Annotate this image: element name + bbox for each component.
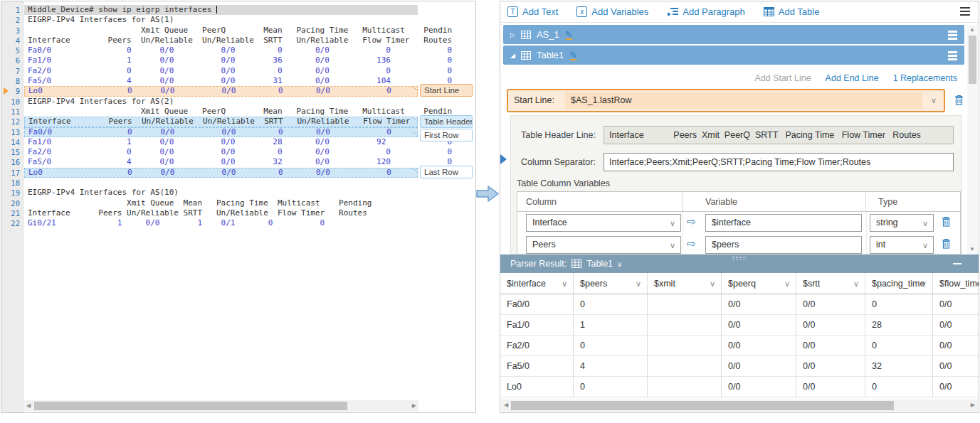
chevron-down-icon[interactable]: ∨ (921, 273, 927, 294)
cli-line-13[interactable]: 13Fa0/0 0 0/0 0/0 0 0/0 0 0 (1, 127, 475, 137)
cli-line-7[interactable]: 7Fa2/0 0 0/0 0/0 0 0/0 0 0 (1, 66, 475, 76)
cli-line-text: Xmit Queue PeerQ Mean Pacing Time Multic… (24, 107, 418, 117)
cli-line-11[interactable]: 11 Xmit Queue PeerQ Mean Pacing Time Mul… (1, 107, 475, 117)
cli-line-6[interactable]: 6Fa1/0 1 0/0 0/0 36 0/0 136 0 (1, 55, 475, 65)
section-bar-as1[interactable]: ▷ AS_1 ✎ (503, 25, 964, 44)
cli-line-17[interactable]: 17Lo0 0 0/0 0/0 0 0/0 0 0 (1, 168, 475, 178)
column-header: Column (517, 192, 683, 211)
cli-line-20[interactable]: 20 Xmit Queue Mean Pacing Time Multicast… (1, 198, 475, 208)
result-cell: Fa2/0 (500, 336, 574, 355)
chevron-down-icon[interactable]: ∨ (853, 273, 859, 294)
cli-line-4[interactable]: 4Interface Peers Un/Reliable Un/Reliable… (1, 36, 475, 45)
cli-line-2[interactable]: 2EIGRP-IPv4 Interfaces for AS(1) (1, 15, 475, 25)
drag-handle-icon[interactable] (732, 256, 747, 260)
add-table-label: Add Table (779, 6, 820, 17)
result-row[interactable]: Fa5/040/00/0320/0 (500, 356, 979, 377)
chevron-down-icon[interactable]: ∨ (784, 273, 790, 294)
cli-line-1[interactable]: 1Middle_Device# show ip eigrp interfaces (1, 5, 475, 15)
cli-line-8[interactable]: 8Fa5/0 4 0/0 0/0 31 0/0 104 0 (1, 76, 475, 86)
table-header-line-field: Interface Peers Xmit PeerQ SRTT Pacing T… (604, 126, 954, 144)
scroll-left-icon[interactable]: ◀ (504, 402, 508, 409)
add-paragraph-button[interactable]: Add Paragraph (667, 6, 744, 17)
result-table-selector[interactable]: Table1 ∨ (586, 259, 622, 269)
cli-line-text: EIGRP-IPv4 Interfaces for AS(10) (24, 188, 418, 198)
scroll-up-icon[interactable]: ▲ (969, 26, 975, 33)
editor-toolbar: T Add Text x Add Variables Add Paragraph (500, 1, 979, 23)
add-text-button[interactable]: T Add Text (507, 6, 558, 17)
scroll-right-icon[interactable]: ▶ (412, 402, 416, 409)
result-column-header[interactable]: $pacing_time∨ (865, 273, 933, 294)
cli-line-9[interactable]: 9Lo0 0 0/0 0/0 0 0/0 0 0 (1, 86, 475, 96)
result-column-header[interactable]: $interface∨ (500, 273, 574, 294)
editor-vscroll-thumb[interactable] (969, 36, 976, 84)
add-end-line-link[interactable]: Add End Line (826, 73, 879, 83)
result-column-header[interactable]: $peers∨ (574, 273, 648, 294)
annotation-table-header[interactable]: Table Header (420, 115, 473, 128)
variable-delete-button[interactable] (942, 238, 951, 252)
start-line-value[interactable]: $AS_1.lastRow (565, 92, 922, 109)
expand-arrow-icon[interactable]: ◢ (510, 52, 515, 59)
result-row[interactable]: Fa2/000/00/000/0 (500, 336, 979, 356)
section-menu-icon[interactable] (948, 51, 957, 59)
replacements-link[interactable]: 1 Replacements (893, 73, 957, 83)
annotation-last-row[interactable]: Last Row (420, 166, 473, 178)
result-row[interactable]: Lo000/00/000/0 (500, 377, 979, 397)
result-row[interactable]: Fa1/010/00/0280/0 (500, 315, 979, 336)
result-column-header[interactable]: $xmit∨ (648, 273, 722, 294)
cli-text-area[interactable]: 1Middle_Device# show ip eigrp interfaces… (1, 5, 475, 229)
section-bar-table1[interactable]: ◢ Table1 ✎ (503, 45, 964, 65)
variable-delete-button[interactable] (942, 216, 951, 230)
cli-hscroll-thumb[interactable] (34, 402, 347, 410)
collapse-arrow-icon[interactable]: ▷ (510, 31, 515, 38)
start-line-row[interactable]: Start Line: $AS_1.lastRow ∨ (507, 89, 945, 112)
toolbar-menu-icon[interactable] (960, 7, 970, 16)
scroll-down-icon[interactable]: ▼ (969, 246, 975, 253)
cli-line-18[interactable]: 18 (1, 178, 475, 188)
cli-line-10[interactable]: 10EIGRP-IPv4 Interfaces for AS(2) (1, 97, 475, 107)
chevron-down-icon[interactable]: ∨ (636, 273, 641, 294)
chevron-down-icon[interactable]: ∨ (931, 96, 937, 105)
cli-line-15[interactable]: 15Fa2/0 0 0/0 0/0 0 0/0 0 0 (1, 147, 475, 157)
add-table-button[interactable]: Add Table (764, 6, 820, 17)
add-variables-button[interactable]: x Add Variables (576, 6, 648, 17)
variable-input[interactable]: $peers (705, 236, 862, 254)
variable-input[interactable]: $interface (705, 214, 862, 232)
cli-line-3[interactable]: 3 Xmit Queue PeerQ Mean Pacing Time Mult… (1, 26, 475, 36)
cli-line-21[interactable]: 21Interface Peers Un/Reliable SRTT Un/Re… (1, 208, 475, 218)
result-cell (648, 294, 722, 314)
result-row[interactable]: Fa0/000/00/000/0 (500, 294, 979, 315)
result-column-header[interactable]: $srtt∨ (796, 273, 865, 294)
result-column-header[interactable]: $flow_time∨ (933, 273, 979, 294)
edit-pencil-icon[interactable]: ✎ (569, 52, 577, 59)
editor-vertical-scrollbar[interactable]: ▲ ▼ (967, 25, 978, 255)
section-menu-icon[interactable] (948, 31, 957, 38)
result-cell (648, 315, 722, 335)
cli-line-5[interactable]: 5Fa0/0 0 0/0 0/0 0 0/0 0 0 (1, 45, 475, 55)
annotation-first-row[interactable]: First Row (420, 129, 473, 141)
cli-line-16[interactable]: 16Fa5/0 4 0/0 0/0 32 0/0 120 0 (1, 157, 475, 167)
type-select[interactable]: int∨ (870, 236, 934, 254)
column-separator-input[interactable]: Interface;Peers;Xmit;PeerQ;SRTT;Pacing T… (604, 153, 954, 171)
result-cell: Fa0/0 (500, 294, 574, 314)
scroll-left-icon[interactable]: ◀ (26, 402, 31, 409)
start-line-delete-button[interactable] (954, 95, 964, 108)
result-column-header[interactable]: $peerq∨ (722, 273, 796, 294)
column-select[interactable]: Interface∨ (526, 214, 681, 232)
chevron-down-icon[interactable]: ∨ (562, 273, 567, 294)
result-horizontal-scrollbar[interactable]: ◀ ▶ (501, 400, 978, 412)
result-hscroll-thumb[interactable] (511, 401, 894, 410)
line-number: 2 (1, 15, 20, 25)
cli-horizontal-scrollbar[interactable]: ◀ ▶ (24, 400, 418, 412)
cli-line-12[interactable]: 12Interface Peers Un/Reliable Un/Reliabl… (1, 117, 475, 127)
result-cell: Fa5/0 (500, 356, 574, 376)
annotation-start-line[interactable]: Start Line (420, 84, 473, 97)
cli-line-14[interactable]: 14Fa1/0 1 0/0 0/0 28 0/0 92 0 (1, 137, 475, 147)
minimize-button[interactable] (953, 263, 961, 264)
cli-line-19[interactable]: 19EIGRP-IPv4 Interfaces for AS(10) (1, 188, 475, 198)
cli-line-22[interactable]: 22Gi0/21 1 0/0 1 0/1 0 0 (1, 218, 475, 228)
column-select[interactable]: Peers∨ (526, 236, 681, 254)
scroll-right-icon[interactable]: ▶ (971, 402, 975, 409)
edit-pencil-icon[interactable]: ✎ (565, 31, 573, 38)
chevron-down-icon[interactable]: ∨ (710, 273, 715, 294)
type-select[interactable]: string∨ (870, 214, 934, 232)
